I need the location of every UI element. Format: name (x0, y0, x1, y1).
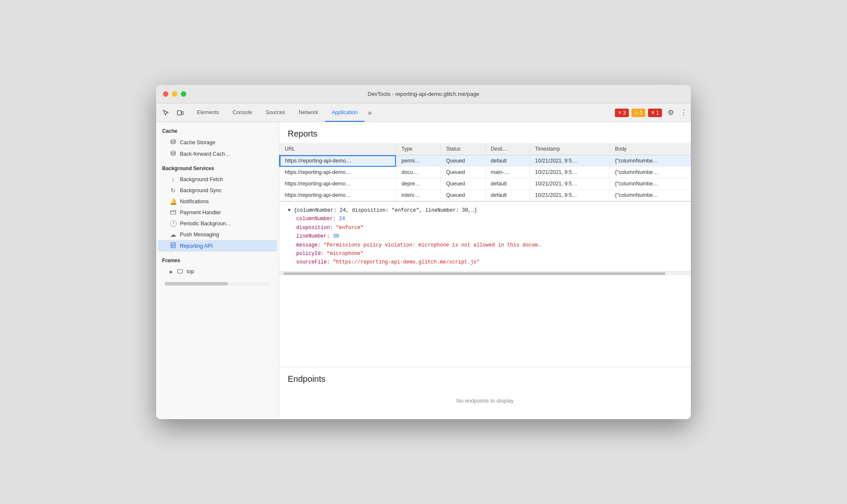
notifications-label: Notifications (180, 199, 209, 204)
sidebar-scrollbar[interactable] (165, 282, 270, 286)
push-messaging-label: Push Messaging (180, 232, 219, 238)
sidebar-item-bg-fetch[interactable]: ↕ Background Fetch (158, 174, 277, 185)
detail-header: ▼ {columnNumber: 24, disposition: "enfor… (288, 206, 682, 215)
col-url: URL (280, 143, 396, 155)
sidebar: Cache Cache Storage Back-forward Cach… B… (156, 122, 279, 419)
sidebar-item-cache-storage[interactable]: Cache Storage (158, 137, 277, 148)
back-forward-icon (170, 150, 177, 157)
col-body: Body (610, 143, 691, 155)
table-cell-0: https://reporting-api-demo… (280, 155, 396, 167)
more-tabs-button[interactable]: » (365, 104, 375, 122)
maximize-button[interactable] (181, 91, 186, 97)
tab-network[interactable]: Network (292, 104, 325, 122)
sidebar-item-periodic-bg[interactable]: 🕐 Periodic Backgroun… (158, 218, 277, 229)
settings-button[interactable]: ⚙ (665, 107, 676, 119)
table-cell-5: {"columnNumbe… (610, 190, 691, 201)
table-header-row: URL Type Status Desti… Timestamp Body (280, 143, 691, 155)
more-options-button[interactable]: ⋮ (679, 107, 687, 119)
table-row[interactable]: https://reporting-api-demo…depre…Queuedd… (280, 178, 691, 190)
error-icon-2: ✕ (651, 110, 655, 115)
back-forward-label: Back-forward Cach… (180, 151, 230, 157)
table-cell-0: https://reporting-api-demo… (280, 190, 396, 201)
sidebar-item-reporting-api[interactable]: Reporting API (158, 240, 277, 252)
tab-elements[interactable]: Elements (190, 104, 226, 122)
close-button[interactable] (163, 91, 168, 97)
table-cell-5: {"columnNumbe… (610, 167, 691, 178)
sidebar-item-push-messaging[interactable]: ☁ Push Messaging (158, 229, 277, 240)
col-status: Status (441, 143, 485, 155)
detail-prop: policyId: "microphone" (288, 249, 682, 258)
cache-storage-icon (170, 139, 177, 146)
warning-badge[interactable]: ⚠ 1 (631, 109, 646, 117)
payment-handler-label: Payment Handler (180, 210, 221, 216)
no-endpoints-message: No endpoints to display (288, 389, 682, 412)
reporting-api-label: Reporting API (180, 243, 213, 249)
bg-sync-icon: ↻ (170, 187, 177, 194)
svg-rect-10 (178, 269, 182, 273)
error-badge-2[interactable]: ✕ 1 (648, 109, 662, 117)
table-row[interactable]: https://reporting-api-demo…docu…Queuedma… (280, 167, 691, 178)
detail-prop: columnNumber: 24 (288, 215, 682, 223)
endpoints-section: Endpoints No endpoints to display (279, 367, 691, 419)
svg-point-2 (171, 140, 175, 141)
table-cell-1: docu… (396, 167, 440, 178)
frames-section-header: Frames (156, 252, 279, 266)
bg-fetch-icon: ↕ (170, 176, 177, 183)
minimize-button[interactable] (172, 91, 177, 97)
reports-table: URL Type Status Desti… Timestamp Body ht… (279, 143, 691, 201)
table-cell-4: 10/21/2021, 9:5… (530, 190, 609, 201)
detail-prop: sourceFile: "https://reporting-api-demo.… (288, 258, 682, 266)
col-destination: Desti… (485, 143, 530, 155)
tab-application[interactable]: Application (325, 104, 365, 122)
frame-icon (177, 268, 183, 275)
endpoints-title: Endpoints (288, 374, 682, 384)
table-cell-4: 10/21/2021, 9:5… (530, 167, 609, 178)
devtools-window: DevTools - reporting-api-demo.glitch.me/… (156, 85, 691, 419)
expand-arrow-icon: ▶ (170, 269, 173, 274)
push-messaging-icon: ☁ (170, 231, 177, 238)
periodic-bg-icon: 🕐 (170, 220, 177, 227)
detail-properties: columnNumber: 24disposition: "enforce"li… (288, 215, 682, 266)
table-cell-4: 10/21/2021, 9:5… (530, 178, 609, 190)
table-cell-4: 10/21/2021, 9:5… (530, 155, 609, 167)
table-cell-1: interv… (396, 190, 440, 201)
error-count: 3 (623, 110, 626, 116)
table-cell-3: default (485, 178, 530, 190)
bg-sync-label: Background Sync (180, 188, 222, 193)
table-cell-5: {"columnNumbe… (610, 155, 691, 167)
notifications-icon: 🔔 (170, 198, 177, 205)
sidebar-item-notifications[interactable]: 🔔 Notifications (158, 196, 277, 207)
svg-point-3 (171, 151, 175, 153)
bg-fetch-label: Background Fetch (180, 176, 223, 182)
tab-sources[interactable]: Sources (259, 104, 292, 122)
table-row[interactable]: https://reporting-api-demo…permi…Queuedd… (280, 155, 691, 167)
error-count-2: 1 (656, 110, 659, 116)
tab-console[interactable]: Console (226, 104, 259, 122)
sidebar-item-back-forward[interactable]: Back-forward Cach… (158, 148, 277, 160)
traffic-lights (163, 91, 186, 97)
warning-icon: ⚠ (634, 110, 639, 115)
toolbar-right: ✕ 3 ⚠ 1 ✕ 1 ⚙ ⋮ (615, 104, 687, 122)
sidebar-item-bg-sync[interactable]: ↻ Background Sync (158, 185, 277, 196)
periodic-bg-label: Periodic Backgroun… (180, 221, 231, 227)
reports-table-wrapper: URL Type Status Desti… Timestamp Body ht… (279, 143, 691, 202)
sidebar-item-payment-handler[interactable]: Payment Handler (158, 207, 277, 218)
inspect-button[interactable] (160, 106, 172, 119)
scrollbar-thumb (283, 272, 665, 275)
sidebar-item-top[interactable]: ▶ top (158, 266, 277, 277)
svg-rect-1 (182, 112, 183, 115)
detail-prop: message: "Permissions policy violation: … (288, 241, 682, 249)
payment-handler-icon (170, 209, 177, 216)
table-cell-3: default (485, 190, 530, 201)
main-content: Cache Cache Storage Back-forward Cach… B… (156, 122, 691, 419)
reports-section: Reports URL Type Status Desti… Timestamp… (279, 122, 691, 367)
toolbar: Elements Console Sources Network Applica… (156, 104, 691, 122)
table-row[interactable]: https://reporting-api-demo…interv…Queued… (280, 190, 691, 201)
horizontal-scrollbar[interactable] (279, 271, 691, 275)
device-toggle-button[interactable] (174, 106, 187, 119)
window-title: DevTools - reporting-api-demo.glitch.me/… (367, 91, 479, 97)
table-cell-2: Queued (441, 155, 485, 167)
error-badge-errors[interactable]: ✕ 3 (615, 109, 629, 117)
detail-prop: lineNumber: 30 (288, 232, 682, 241)
warning-count: 1 (640, 110, 643, 116)
